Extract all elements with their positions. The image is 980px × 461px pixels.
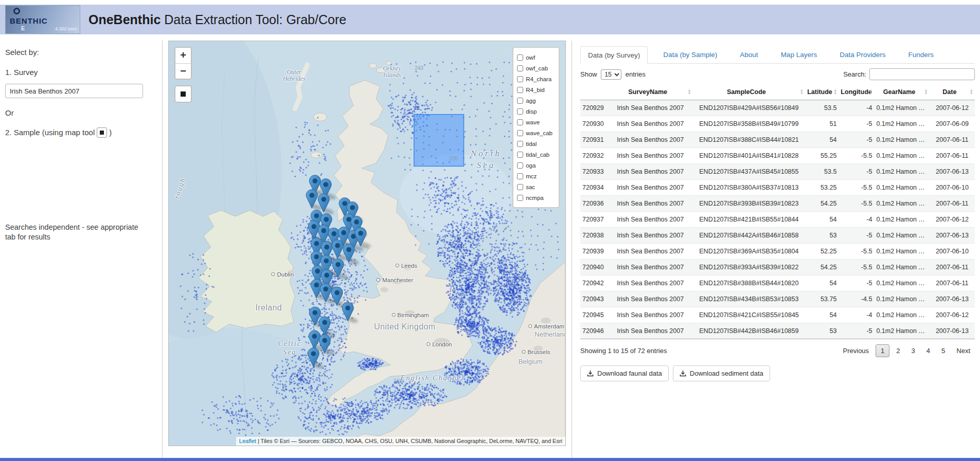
layer-option-row[interactable]: wave [517,117,553,127]
layer-checkbox[interactable] [517,130,523,136]
table-row[interactable]: 720937 Irish Sea Benthos 2007 END1207ISB… [580,212,975,228]
layer-option-row[interactable]: owf_cab [517,63,553,73]
page-5-button[interactable]: 5 [937,345,950,357]
search-input[interactable] [869,68,975,80]
table-row[interactable]: 720942 Irish Sea Benthos 2007 END1207ISB… [580,275,975,291]
cell-longitude: -5.5 [839,148,874,164]
table-row[interactable]: 720932 Irish Sea Benthos 2007 END1207ISB… [580,148,975,164]
layer-label: owf_cab [526,65,548,71]
cell-survey-name: Irish Sea Benthos 2007 [608,212,693,228]
cell-id: 720933 [580,164,608,180]
table-row[interactable]: 720945 Irish Sea Benthos 2007 END1207ISB… [580,307,975,323]
previous-page-button[interactable]: Previous [839,345,874,357]
download-sediment-button[interactable]: Download sediment data [673,365,770,381]
layer-option-row[interactable]: R4_bid [517,84,553,95]
table-row[interactable]: 720940 Irish Sea Benthos 2007 END1207ISB… [580,260,975,275]
table-row[interactable]: 720936 Irish Sea Benthos 2007 END1207ISB… [580,196,975,212]
cell-gear-name: 0.1m2 Hamon grab [874,148,929,164]
download-faunal-button[interactable]: Download faunal data [580,365,669,381]
cell-date: 2007-06-11 [930,275,975,291]
sort-icon[interactable]: ▲▼ [687,89,691,95]
layer-checkbox[interactable] [517,65,523,71]
tab-data-by-sample[interactable]: Data (by Sample) [656,46,724,64]
table-row[interactable]: 720930 Irish Sea Benthos 2007 END1207ISB… [580,116,975,132]
layer-checkbox[interactable] [517,141,523,147]
download-icon [680,370,686,377]
sort-icon[interactable]: ▲▼ [800,89,804,95]
zoom-in-button[interactable]: + [175,48,191,63]
layer-checkbox[interactable] [517,152,523,158]
layer-checkbox[interactable] [517,195,523,201]
sort-icon[interactable]: ▲▼ [869,89,872,95]
cell-sample-code: END1207ISB#369A#ISB35#10804 [693,244,806,260]
page-3-button[interactable]: 3 [907,345,920,357]
table-row[interactable]: 720938 Irish Sea Benthos 2007 END1207ISB… [580,228,975,244]
tab-data-providers[interactable]: Data Providers [832,46,893,64]
table-row[interactable]: 720939 Irish Sea Benthos 2007 END1207ISB… [580,244,975,260]
layer-option-row[interactable]: ncmpa [517,192,553,203]
tab-about[interactable]: About [733,46,765,64]
tab-data-by-survey[interactable]: Data (by Survey) [580,46,648,64]
leaflet-link[interactable]: Leaflet [239,438,256,444]
sort-icon[interactable]: ▲▼ [924,89,928,95]
table-row[interactable]: 720934 Irish Sea Benthos 2007 END1207ISB… [580,180,975,196]
main-content: Select by: 1. Survey Or 2. Sample (using… [0,41,980,458]
layer-option-row[interactable]: R4_chara [517,73,553,84]
page-4-button[interactable]: 4 [922,345,935,357]
column-header-longitude[interactable]: Longitude▲▼ [839,84,874,100]
layer-checkbox[interactable] [517,162,523,169]
column-header-latitude[interactable]: Latitude▲▼ [805,84,839,100]
showing-entries-text: Showing 1 to 15 of 72 entries [580,347,667,355]
column-header-sample-code[interactable]: SampleCode▲▼ [693,84,806,100]
column-header-survey-name[interactable]: SurveyName▲▼ [608,84,693,100]
next-page-button[interactable]: Next [952,345,975,357]
survey-input[interactable] [5,84,143,98]
layer-label: tidal_cab [526,152,549,158]
cell-survey-name: Irish Sea Benthos 2007 [608,307,693,323]
layer-option-row[interactable]: agg [517,95,553,106]
draw-rectangle-button[interactable] [174,85,192,103]
layer-option-row[interactable]: oga [517,160,553,171]
cell-survey-name: Irish Sea Benthos 2007 [608,148,693,164]
layer-checkbox[interactable] [517,87,523,93]
table-row[interactable]: 720943 Irish Sea Benthos 2007 END1207ISB… [580,291,975,307]
sort-icon[interactable]: ▲▼ [833,89,837,95]
zoom-out-button[interactable]: − [175,63,191,79]
tab-funders[interactable]: Funders [901,46,941,64]
table-row[interactable]: 720933 Irish Sea Benthos 2007 END1207ISB… [580,164,975,180]
layer-option-row[interactable]: owf [517,52,553,63]
page-2-button[interactable]: 2 [892,345,904,357]
column-header-gear-name[interactable]: GearName▲▼ [874,84,929,100]
layer-checkbox[interactable] [517,98,523,104]
cell-latitude: 53.5 [805,100,839,116]
cell-survey-name: Irish Sea Benthos 2007 [608,116,693,132]
layer-option-row[interactable]: wave_cab [517,127,553,138]
cell-gear-name: 0.1m2 Hamon grab [874,228,929,244]
layer-checkbox[interactable] [517,76,523,82]
layer-checkbox[interactable] [517,119,523,125]
layer-checkbox[interactable] [517,108,523,115]
table-row[interactable]: 720946 Irish Sea Benthos 2007 END1207ISB… [580,323,975,339]
cell-id: 720946 [580,323,608,339]
page-size-select[interactable]: 15 [601,69,621,80]
sample-step-close: ) [109,128,112,137]
column-header-date[interactable]: Date▲▼ [930,84,975,100]
layer-option-row[interactable]: disp [517,106,553,117]
tab-map-layers[interactable]: Map Layers [774,46,825,64]
layer-option-row[interactable]: tidal [517,138,553,149]
data-panel: Data (by Survey) Data (by Sample) About … [572,41,980,458]
cell-date: 2007-06-12 [930,307,975,323]
table-row[interactable]: 720929 Irish Sea Benthos 2007 END1207ISB… [580,100,975,116]
column-header-id[interactable] [580,84,608,100]
page-1-button[interactable]: 1 [876,344,889,357]
map[interactable]: Orkney Islands Outer Hebrides North Sea … [168,41,566,446]
layer-option-row[interactable]: mcz [517,171,553,181]
layer-option-row[interactable]: sac [517,181,553,192]
layer-option-row[interactable]: tidal_cab [517,149,553,160]
layer-checkbox[interactable] [517,184,523,190]
layer-checkbox[interactable] [517,173,523,179]
sort-icon[interactable]: ▲▼ [970,89,973,95]
layer-checkbox[interactable] [517,54,523,61]
table-row[interactable]: 720931 Irish Sea Benthos 2007 END1207ISB… [580,132,975,148]
selection-rectangle[interactable] [414,115,464,167]
